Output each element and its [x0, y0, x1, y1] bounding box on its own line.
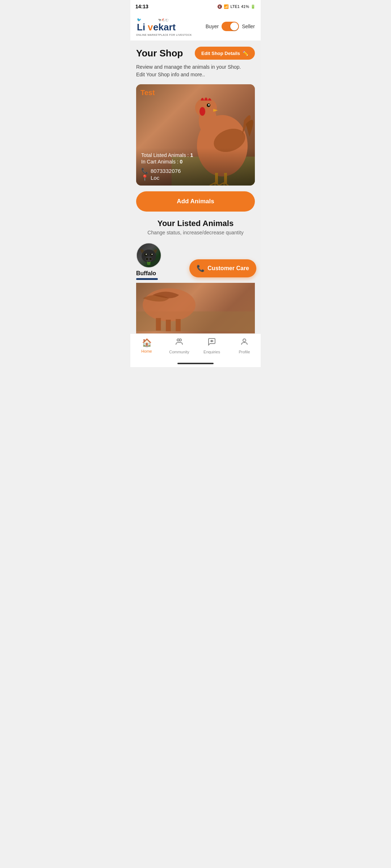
svg-point-9: [199, 107, 205, 116]
in-cart-stat: In Cart Animals : 0: [141, 159, 250, 165]
wifi-icon: 📶: [224, 4, 229, 9]
nav-profile[interactable]: Profile: [228, 337, 261, 354]
svg-point-33: [211, 340, 213, 342]
toggle-knob: [230, 22, 238, 30]
battery-icon: 41%: [241, 4, 249, 9]
listed-animals-title: Your Listed Animals: [136, 219, 255, 228]
edit-icon: ✏️: [242, 50, 248, 56]
svg-rect-30: [176, 319, 181, 331]
shop-location: 📍 Loc: [141, 174, 250, 181]
location-text: Loc: [151, 175, 159, 181]
community-icon: [175, 337, 184, 348]
seller-label: Seller: [242, 24, 255, 29]
svg-point-8: [195, 98, 217, 118]
buyer-label: Buyer: [206, 24, 219, 29]
add-animals-label: Add Animals: [177, 198, 214, 205]
edit-shop-button[interactable]: Edit Shop Details ✏️: [195, 47, 255, 60]
svg-point-32: [179, 339, 181, 341]
svg-text:ekart: ekart: [153, 22, 176, 33]
svg-point-19: [152, 254, 153, 255]
logo-svg: 🐦 Li v ekart 🐄🐔🐑: [136, 17, 187, 33]
edit-shop-label: Edit Shop Details: [201, 51, 240, 56]
shop-header: Your Shop Edit Shop Details ✏️: [136, 47, 255, 60]
listed-animals-subtitle: Change status, increase/decrease quantit…: [136, 230, 255, 235]
nav-community[interactable]: Community: [163, 337, 196, 354]
home-indicator: [130, 360, 261, 367]
buffalo-svg: [138, 244, 160, 266]
logo-subtitle: Online Marketplace for Livestock: [136, 34, 192, 36]
animal-name: Buffalo: [136, 270, 156, 277]
animal-image: [137, 243, 161, 267]
app-header: 🐦 Li v ekart 🐄🐔🐑 Online Marketplace for …: [130, 13, 261, 41]
bottom-preview-image: [136, 283, 255, 333]
nav-enquiries[interactable]: Enquiries: [196, 337, 228, 354]
status-bar: 14:13 🔇 📶 LTE1 41%🔋: [130, 0, 261, 13]
mute-icon: 🔇: [217, 4, 222, 9]
in-cart-count: 0: [180, 159, 183, 165]
add-animals-button[interactable]: Add Animals: [136, 191, 255, 212]
svg-text:v: v: [148, 22, 153, 33]
shop-card-overlay: Total Listed Animals : 1 In Cart Animals…: [136, 148, 255, 186]
svg-point-36: [243, 339, 246, 342]
shop-description: Review and manage the animals in your Sh…: [136, 63, 255, 78]
profile-icon: [240, 337, 249, 348]
animal-avatar: [136, 243, 161, 268]
svg-text:Li: Li: [137, 22, 145, 33]
buyer-seller-toggle[interactable]: Buyer Seller: [206, 22, 255, 31]
status-time: 14:13: [135, 4, 148, 9]
total-listed-count: 1: [190, 152, 193, 158]
total-listed-stat: Total Listed Animals : 1: [141, 152, 250, 158]
home-icon: 🏠: [142, 338, 152, 348]
svg-point-18: [146, 254, 147, 255]
shop-card[interactable]: Total Listed Animals : 1 In Cart Animals…: [136, 84, 255, 186]
nav-home-label: Home: [141, 349, 152, 353]
preview-svg: [136, 283, 255, 333]
home-bar: [177, 363, 214, 364]
customer-care-phone-icon: 📞: [197, 264, 205, 272]
location-icon: 📍: [141, 174, 148, 181]
nav-profile-label: Profile: [239, 350, 250, 354]
customer-care-button[interactable]: 📞 Customer Care: [189, 259, 256, 277]
nav-community-label: Community: [169, 350, 189, 354]
animal-indicator: [136, 278, 158, 280]
logo: 🐦 Li v ekart 🐄🐔🐑 Online Marketplace for …: [136, 17, 192, 36]
shop-title: Your Shop: [136, 48, 183, 59]
main-content: Your Shop Edit Shop Details ✏️ Review an…: [130, 41, 261, 333]
svg-point-11: [208, 104, 210, 106]
svg-point-22: [150, 258, 152, 260]
phone-number: 8073332076: [151, 168, 181, 174]
signal-icon: LTE1: [230, 4, 239, 9]
nav-home[interactable]: 🏠 Home: [130, 338, 163, 353]
phone-icon: 📞: [141, 167, 148, 174]
status-icons: 🔇 📶 LTE1 41%🔋: [217, 4, 256, 9]
svg-rect-29: [166, 320, 171, 331]
bottom-nav: 🏠 Home Community Enquiries: [130, 333, 261, 360]
shop-phone: 📞 8073332076: [141, 167, 250, 174]
nav-enquiries-label: Enquiries: [203, 350, 220, 354]
enquiries-icon: [207, 337, 216, 348]
toggle-switch[interactable]: [222, 22, 239, 31]
svg-rect-28: [156, 318, 161, 331]
shop-name: Test: [140, 89, 155, 97]
shop-stats: Total Listed Animals : 1 In Cart Animals…: [141, 152, 250, 165]
customer-care-label: Customer Care: [207, 265, 249, 272]
svg-point-21: [146, 258, 148, 260]
svg-text:🐄🐔🐑: 🐄🐔🐑: [158, 18, 169, 22]
